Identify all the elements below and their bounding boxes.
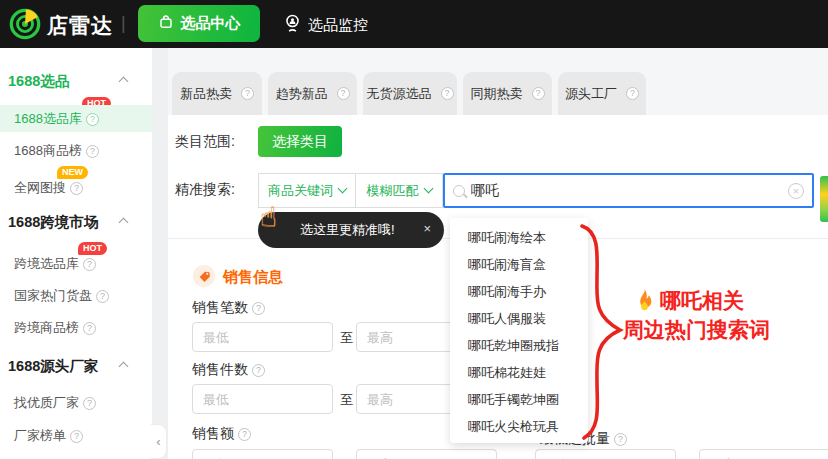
min-order-qty-min-input[interactable] xyxy=(535,449,676,459)
chevron-up-icon[interactable] xyxy=(119,218,129,228)
sales-info-title: 销售信息 xyxy=(223,268,283,287)
tab-label: 无货源选品 xyxy=(367,85,432,103)
section-title: 1688选品 xyxy=(8,73,69,89)
main-content: 新品热卖? 趋势新品? 无货源选品? 同期热卖? 源头工厂? 类目范围: 选择类… xyxy=(168,48,828,459)
sidebar-collapse-handle[interactable]: ‹ xyxy=(151,424,167,459)
sales-units-label: 销售件数? xyxy=(192,361,265,379)
field-label: 销售额 xyxy=(192,425,234,441)
section-title: 1688跨境市场 xyxy=(8,214,98,230)
tab-new-hot[interactable]: 新品热卖? xyxy=(172,72,262,115)
radar-logo-icon xyxy=(8,7,42,45)
item-label: 跨境商品榜 xyxy=(14,320,79,335)
sales-amount-min-input[interactable] xyxy=(192,449,333,459)
help-icon[interactable]: ? xyxy=(252,302,265,315)
suggestion-item[interactable]: 哪吒乾坤圈戒指 xyxy=(450,332,588,359)
tab-label: 同期热卖 xyxy=(471,85,523,103)
brand-name: 店雷达 xyxy=(47,12,113,40)
new-badge: NEW xyxy=(57,166,88,179)
help-icon[interactable]: ? xyxy=(83,322,96,335)
tag-icon xyxy=(193,265,215,287)
select-category-button[interactable]: 选择类目 xyxy=(258,126,342,157)
sidebar-item-find-factory[interactable]: 找优质厂家? xyxy=(14,394,96,412)
help-icon[interactable]: ? xyxy=(96,290,109,303)
fire-icon xyxy=(634,288,655,316)
annotation-line2: 周边热门搜索词 xyxy=(623,316,770,344)
clear-icon[interactable]: × xyxy=(788,183,804,199)
help-icon[interactable]: ? xyxy=(238,428,251,441)
help-icon[interactable]: ? xyxy=(626,87,639,100)
tab-trend-new[interactable]: 趋势新品? xyxy=(268,72,357,115)
help-icon[interactable]: ? xyxy=(70,430,83,443)
sidebar-item-crossborder-library[interactable]: 跨境选品库? xyxy=(14,255,96,273)
search-input[interactable] xyxy=(471,183,782,199)
help-icon[interactable]: ? xyxy=(337,87,350,100)
sidebar-section-1688-pick[interactable]: 1688选品 xyxy=(8,72,69,91)
suggestion-item[interactable]: 哪吒闹海盲盒 xyxy=(450,251,588,278)
pointing-finger-icon: ☝ xyxy=(260,200,277,233)
chevron-up-icon[interactable] xyxy=(119,362,129,372)
sales-amount-max-input[interactable] xyxy=(356,449,497,459)
suggestion-item[interactable]: 哪吒棉花娃娃 xyxy=(450,359,588,386)
sidebar-item-1688-pick-library[interactable]: 1688选品库? xyxy=(14,110,99,128)
sidebar-item-factory-rank[interactable]: 厂家榜单? xyxy=(14,427,83,445)
sales-orders-min-input[interactable] xyxy=(192,322,333,352)
top-bar: 店雷达 | 选品中心 选品监控 xyxy=(0,0,828,48)
help-icon[interactable]: ? xyxy=(532,87,545,100)
tab-label: 趋势新品 xyxy=(276,85,328,103)
item-label: 全网图搜 xyxy=(14,180,66,195)
sales-orders-label: 销售笔数? xyxy=(192,299,265,317)
nav-product-center-button[interactable]: 选品中心 xyxy=(138,5,260,42)
nav-monitor-item[interactable]: 选品监控 xyxy=(284,14,368,36)
item-label: 1688选品库 xyxy=(14,111,82,126)
sidebar-section-source-factory[interactable]: 1688源头厂家 xyxy=(8,357,98,376)
tab-same-period-hot[interactable]: 同期热卖? xyxy=(463,72,552,115)
dropdown-value: 商品关键词 xyxy=(268,182,333,200)
top-divider: | xyxy=(121,13,126,34)
tab-label: 源头工厂 xyxy=(565,85,617,103)
tab-strip: 新品热卖? 趋势新品? 无货源选品? 同期热卖? 源头工厂? xyxy=(168,48,828,115)
sidebar-section-crossborder[interactable]: 1688跨境市场 xyxy=(8,213,98,232)
suggestion-item[interactable]: 哪吒闹海手办 xyxy=(450,278,588,305)
help-icon[interactable]: ? xyxy=(252,364,265,377)
clipped-edge-widget xyxy=(820,176,828,222)
help-icon[interactable]: ? xyxy=(83,258,96,271)
category-scope-label: 类目范围: xyxy=(175,133,235,151)
help-icon[interactable]: ? xyxy=(241,87,254,100)
to-label: 至 xyxy=(340,329,353,347)
search-box: × xyxy=(443,173,814,208)
sidebar-item-country-hot-goods[interactable]: 国家热门货盘? xyxy=(14,287,109,305)
match-mode-dropdown[interactable]: 模糊匹配 xyxy=(356,173,443,208)
sidebar-item-image-search[interactable]: 全网图搜? xyxy=(14,179,83,197)
suggestion-item[interactable]: 哪吒火尖枪玩具 xyxy=(450,413,588,440)
tab-no-source[interactable]: 无货源选品? xyxy=(363,72,457,115)
app-window: 店雷达 | 选品中心 选品监控 xyxy=(0,0,828,459)
min-order-qty-max-input[interactable] xyxy=(699,449,828,459)
dropdown-value: 模糊匹配 xyxy=(367,182,419,200)
sidebar-item-crossborder-rank[interactable]: 跨境商品榜? xyxy=(14,319,96,337)
suggestion-item[interactable]: 哪吒人偶服装 xyxy=(450,305,588,332)
nav-product-center-label: 选品中心 xyxy=(181,14,241,33)
item-label: 1688商品榜 xyxy=(14,143,82,158)
annotation-line1: 哪吒相关 xyxy=(660,287,744,315)
field-label: 销售笔数 xyxy=(192,299,248,315)
help-icon[interactable]: ? xyxy=(86,145,99,158)
close-icon[interactable]: × xyxy=(423,221,431,236)
help-icon[interactable]: ? xyxy=(86,113,99,126)
field-label: 销售件数 xyxy=(192,361,248,377)
chevron-up-icon[interactable] xyxy=(119,77,129,87)
sidebar-item-1688-product-rank[interactable]: 1688商品榜? xyxy=(14,142,99,160)
bag-icon xyxy=(158,14,174,33)
collapse-icon: ‹ xyxy=(156,434,160,449)
item-label: 国家热门货盘 xyxy=(14,288,92,303)
suggestion-item[interactable]: 哪吒闹海绘本 xyxy=(450,224,588,251)
tab-source-factory[interactable]: 源头工厂? xyxy=(558,72,646,115)
to-label: 至 xyxy=(340,391,353,409)
monitor-icon xyxy=(284,14,301,36)
help-icon[interactable]: ? xyxy=(83,397,96,410)
nav-monitor-label: 选品监控 xyxy=(308,16,368,35)
sales-units-min-input[interactable] xyxy=(192,384,333,414)
help-icon[interactable]: ? xyxy=(70,182,83,195)
sales-amount-label: 销售额? xyxy=(192,425,251,443)
suggestion-item[interactable]: 哪吒手镯乾坤圈 xyxy=(450,386,588,413)
help-icon[interactable]: ? xyxy=(441,87,454,100)
